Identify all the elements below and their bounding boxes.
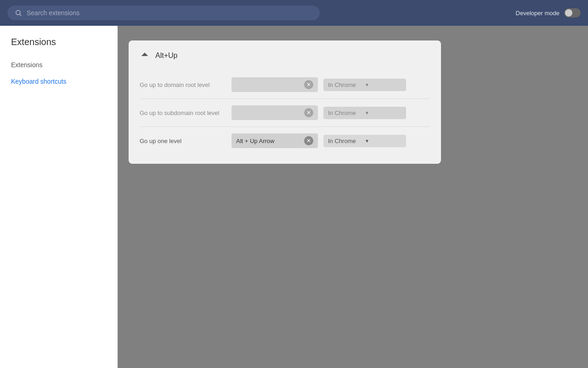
card-title: Alt+Up [155, 52, 177, 60]
clear-btn-domain[interactable]: ✕ [304, 80, 313, 89]
clear-btn-one-level[interactable]: ✕ [304, 136, 313, 145]
shortcut-input-text-one-level: Alt + Up Arrow [236, 138, 304, 144]
chevron-icon-one-level: ▼ [365, 138, 401, 144]
shortcut-input-subdomain[interactable]: ✕ [232, 105, 318, 120]
developer-mode-toggle[interactable] [564, 8, 581, 17]
scope-label-one-level: In Chrome [328, 138, 365, 144]
scope-select-domain[interactable]: In Chrome ▼ [323, 79, 406, 91]
scope-select-subdomain[interactable]: In Chrome ▼ [323, 107, 406, 119]
shortcut-input-one-level[interactable]: Alt + Up Arrow ✕ [232, 133, 318, 148]
top-bar: Developer mode [0, 0, 588, 26]
search-input[interactable] [27, 9, 312, 17]
search-icon [15, 9, 22, 17]
shortcut-label-domain: Go up to domain root level [140, 81, 232, 88]
up-arrow-icon [140, 50, 150, 62]
clear-btn-subdomain[interactable]: ✕ [304, 108, 313, 117]
developer-mode-label: Developer mode [516, 10, 560, 17]
shortcut-card: Alt+Up Go up to domain root level ✕ In C… [129, 40, 441, 164]
scope-label-subdomain: In Chrome [328, 109, 365, 116]
chevron-icon-domain: ▼ [365, 82, 401, 87]
sidebar-item-keyboard-shortcuts[interactable]: Keyboard shortcuts [0, 73, 118, 90]
content-area: Alt+Up Go up to domain root level ✕ In C… [118, 26, 588, 368]
card-header: Alt+Up [140, 50, 430, 62]
shortcut-label-one-level: Go up one level [140, 138, 232, 144]
developer-mode-area: Developer mode [516, 8, 581, 17]
shortcut-row-subdomain: Go up to subdomain root level ✕ In Chrom… [140, 99, 430, 127]
scope-label-domain: In Chrome [328, 81, 365, 88]
shortcut-row-one-level: Go up one level Alt + Up Arrow ✕ In Chro… [140, 127, 430, 155]
sidebar-item-extensions[interactable]: Extensions [0, 57, 118, 73]
shortcut-row-domain: Go up to domain root level ✕ In Chrome ▼ [140, 71, 430, 99]
shortcut-input-domain[interactable]: ✕ [232, 77, 318, 92]
sidebar: Extensions Extensions Keyboard shortcuts [0, 26, 118, 368]
shortcut-label-subdomain: Go up to subdomain root level [140, 109, 232, 116]
svg-line-1 [20, 14, 21, 16]
main-layout: Extensions Extensions Keyboard shortcuts… [0, 26, 588, 368]
scope-select-one-level[interactable]: In Chrome ▼ [323, 135, 406, 147]
sidebar-title: Extensions [0, 35, 118, 57]
chevron-icon-subdomain: ▼ [365, 110, 401, 115]
search-box[interactable] [7, 6, 320, 20]
